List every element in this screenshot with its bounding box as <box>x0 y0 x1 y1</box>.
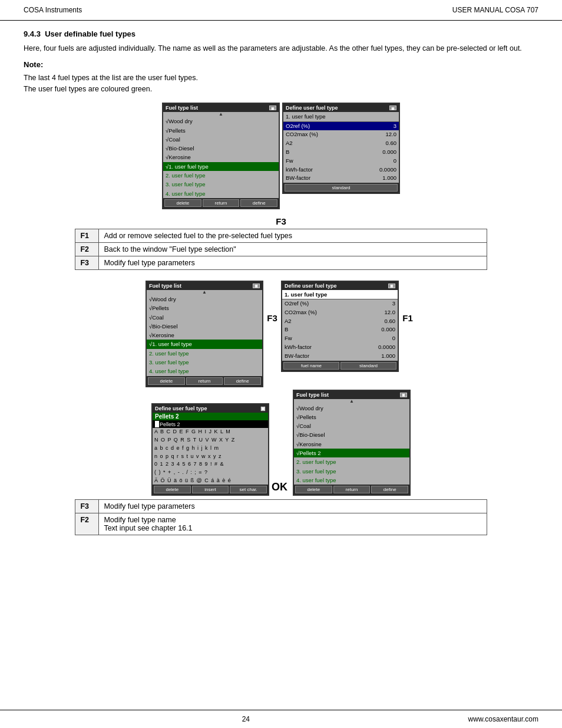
param2-o2ref[interactable]: O2ref (%)3 <box>282 299 398 308</box>
item2-user1-selected[interactable]: √1. user fuel type <box>147 340 262 348</box>
item3-wood-dry: √Wood dry <box>294 404 409 413</box>
screen1-right: Define user fuel type ▣ 1. user fuel typ… <box>282 103 400 194</box>
kbd-row-4: n o p q r s t u v w x y z <box>153 453 268 461</box>
btn-define[interactable]: define <box>240 199 277 207</box>
screen1-right-titlebar: Define user fuel type ▣ <box>283 104 399 112</box>
item3-kerosine: √Kerosine <box>294 440 409 449</box>
param-fw[interactable]: Fw0 <box>283 157 399 166</box>
kbd-cursor-row: Pellets 2 <box>153 420 268 428</box>
define-header: 1. user fuel type <box>283 112 399 121</box>
header-right: USER MANUAL COSA 707 <box>452 6 538 14</box>
btn3-delete[interactable]: delete <box>154 486 191 493</box>
header: COSA Instruments USER MANUAL COSA 707 <box>0 0 562 21</box>
kbd-row-2: N O P Q R S T U V W X Y Z <box>153 436 268 444</box>
fkey-f1-desc: Add or remove selected fuel to the pre-s… <box>99 229 487 242</box>
btn2-return[interactable]: return <box>186 377 223 385</box>
scroll-arrow-up2: ▲ <box>147 290 262 295</box>
kbd-footer: delete insert set char. <box>153 485 268 495</box>
screen3-titlebar: Fuel type list ▣ <box>294 391 409 399</box>
main-content: 9.4.3 User definable fuel types Here, fo… <box>0 21 562 569</box>
item2-user4[interactable]: 4. user fuel type <box>147 367 262 375</box>
item-biodiesel: √Bio-Diesel <box>163 144 279 153</box>
screen-group-1: Fuel type list ▣ ▲ √Wood dry √Pellets √C… <box>24 103 538 209</box>
fkey-f2-label: F2 <box>75 242 99 256</box>
screen3-icon: ▣ <box>400 393 407 397</box>
titlebar-icon2: ▣ <box>253 284 260 288</box>
kbd-row-7: Ä Ö Ü ä ö ü ß @ C á à è é <box>153 477 268 485</box>
btn3f-delete[interactable]: delete <box>295 486 332 493</box>
screen2-right: Define user fuel type ▣ 1. user fuel typ… <box>281 281 399 372</box>
item2-pellets: √Pellets <box>147 304 262 312</box>
btn2-define[interactable]: define <box>224 377 261 385</box>
btn3f-define[interactable]: define <box>371 486 408 493</box>
param2-kwh[interactable]: kWh-factor0.0000 <box>282 343 398 352</box>
param-a2[interactable]: A20.60 <box>283 139 399 148</box>
param-o2ref[interactable]: O2ref (%)3 <box>283 122 399 131</box>
item3-pellets: √Pellets <box>294 413 409 421</box>
item-user3[interactable]: 3. user fuel type <box>163 180 279 189</box>
fkey-row-f1: F1 Add or remove selected fuel to the pr… <box>75 229 487 242</box>
footer-website: www.cosaxentaur.com <box>468 715 538 723</box>
fkey2-f2-label: F2 <box>75 513 99 535</box>
screen1-left-footer: delete return define <box>163 198 279 208</box>
screen1-left: Fuel type list ▣ ▲ √Wood dry √Pellets √C… <box>162 103 280 209</box>
scroll-arrow-up3: ▲ <box>294 399 409 404</box>
item3-user4[interactable]: 4. user fuel type <box>294 476 409 485</box>
item2-user3[interactable]: 3. user fuel type <box>147 358 262 367</box>
btn-standard[interactable]: standard <box>285 184 398 192</box>
footer-page: 24 <box>242 715 250 723</box>
param-kwh[interactable]: kWh-factor0.0000 <box>283 166 399 174</box>
fkey-f1-label: F1 <box>75 229 99 242</box>
item3-coal: √Coal <box>294 421 409 430</box>
param-b[interactable]: B0.000 <box>283 148 399 157</box>
param2-a2[interactable]: A20.60 <box>282 317 398 326</box>
btn-delete[interactable]: delete <box>164 199 201 207</box>
btn-return[interactable]: return <box>203 199 240 207</box>
kbd-input-display: Pellets 2 <box>153 413 268 420</box>
footer: 24 www.cosaxentaur.com <box>0 710 562 728</box>
item-user2[interactable]: 2. user fuel type <box>163 171 279 180</box>
fkey-row-f3: F3 Modify fuel type parameters <box>75 256 487 269</box>
item2-user2[interactable]: 2. user fuel type <box>147 349 262 358</box>
screen1-right-footer: standard <box>283 183 399 193</box>
item3-user2[interactable]: 2. user fuel type <box>294 457 409 466</box>
btn2-delete[interactable]: delete <box>148 377 185 385</box>
item2-wood-dry: √Wood dry <box>147 295 262 304</box>
screen2-left-titlebar: Fuel type list ▣ <box>147 282 262 290</box>
section-intro: Here, four fuels are adjusted individual… <box>24 43 538 54</box>
item-user4[interactable]: 4. user fuel type <box>163 189 279 198</box>
param2-fw[interactable]: Fw0 <box>282 334 398 343</box>
param2-co2max[interactable]: CO2max (%)12.0 <box>282 308 398 317</box>
note-title: Note: <box>24 60 538 69</box>
btn3-insert[interactable]: insert <box>192 486 229 493</box>
item-user1-selected[interactable]: √1. user fuel type <box>163 162 279 171</box>
fkey2-f2-desc: Modify fuel type nameText input see chap… <box>99 513 487 535</box>
kbd-cursor <box>155 421 159 427</box>
titlebar-icon: ▣ <box>269 106 276 110</box>
item3-biodiesel: √Bio-Diesel <box>294 430 409 439</box>
param2-bw[interactable]: BW-factor1.000 <box>282 352 398 361</box>
f3-label-1: F3 <box>272 216 290 226</box>
fkey-table-1: F1 Add or remove selected fuel to the pr… <box>75 229 487 270</box>
btn3-setchar[interactable]: set char. <box>230 486 267 493</box>
ok-label: OK <box>269 481 293 496</box>
screen1-left-titlebar: Fuel type list ▣ <box>163 104 279 112</box>
screen3-keyboard: Define user fuel type ▣ Pellets 2 Pellet… <box>151 403 269 496</box>
param-bw[interactable]: BW-factor1.000 <box>283 174 399 183</box>
kbd-row-6: ( ) * + , - . / : ; = ? <box>153 469 268 477</box>
param-co2max[interactable]: CO2max (%)12.0 <box>283 130 399 139</box>
btn3f-return[interactable]: return <box>333 486 371 493</box>
define2-header[interactable]: 1. user fuel type <box>282 290 398 299</box>
item3-pellets2-selected[interactable]: √Pellets 2 <box>294 449 409 457</box>
btn2-fuelname[interactable]: fuel name <box>283 362 339 370</box>
screen2-left-footer: delete return define <box>147 376 262 386</box>
item3-user3[interactable]: 3. user fuel type <box>294 467 409 476</box>
fkey2-row-f3: F3 Modify fuel type parameters <box>75 500 487 513</box>
param2-b[interactable]: B0.000 <box>282 325 398 334</box>
fkey-f2-desc: Back to the window "Fuel type selection" <box>99 242 487 256</box>
kbd-row-5: 0 1 2 3 4 5 6 7 8 9 ! # & <box>153 460 268 469</box>
kbd-titlebar: Define user fuel type ▣ <box>153 404 268 413</box>
titlebar-icon-right: ▣ <box>389 106 396 110</box>
btn2-standard[interactable]: standard <box>340 362 396 370</box>
screen-group-3: Define user fuel type ▣ Pellets 2 Pellet… <box>24 390 538 496</box>
